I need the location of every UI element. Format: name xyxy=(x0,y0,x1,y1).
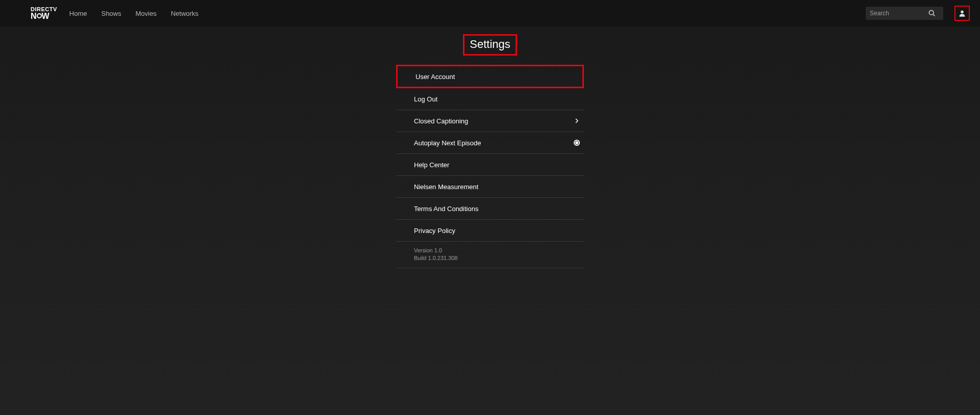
settings-version-row: Version 1.0 Build 1.0.231.308 xyxy=(396,242,584,268)
search-input[interactable] xyxy=(870,10,926,17)
settings-row-label: Terms And Conditions xyxy=(414,205,478,213)
chevron-right-icon xyxy=(574,118,580,124)
app-header: DIRECTV NW Home Shows Movies Networks xyxy=(0,0,980,27)
nav-shows[interactable]: Shows xyxy=(101,10,121,17)
brand-line2: NW xyxy=(31,12,57,20)
brand-logo: DIRECTV NW xyxy=(31,7,57,20)
nav-home[interactable]: Home xyxy=(69,10,87,17)
svg-point-2 xyxy=(961,11,964,14)
main-nav: Home Shows Movies Networks xyxy=(69,10,199,17)
settings-row-label: Autoplay Next Episode xyxy=(414,139,481,147)
svg-line-1 xyxy=(933,14,935,16)
settings-row-terms[interactable]: Terms And Conditions xyxy=(396,198,584,220)
settings-row-user-account[interactable]: User Account xyxy=(396,65,584,88)
main-content: Settings User Account Log Out Closed Cap… xyxy=(0,27,980,268)
settings-row-label: Closed Captioning xyxy=(414,117,468,125)
settings-row-label: Log Out xyxy=(414,95,437,103)
page-title-box: Settings xyxy=(463,34,517,56)
settings-row-help-center[interactable]: Help Center xyxy=(396,154,584,176)
brand-line1: DIRECTV xyxy=(31,7,57,12)
settings-row-label: Help Center xyxy=(414,161,449,169)
search-icon[interactable] xyxy=(928,9,936,17)
settings-row-label: Nielsen Measurement xyxy=(414,183,478,191)
user-menu-button[interactable] xyxy=(954,6,970,21)
settings-row-label: Privacy Policy xyxy=(414,227,455,235)
settings-row-privacy[interactable]: Privacy Policy xyxy=(396,220,584,242)
build-label: Build 1.0.231.308 xyxy=(414,254,584,262)
settings-row-label: User Account xyxy=(415,73,455,81)
page-title: Settings xyxy=(470,38,510,51)
search-box[interactable] xyxy=(866,7,943,20)
settings-row-nielsen[interactable]: Nielsen Measurement xyxy=(396,176,584,198)
version-label: Version 1.0 xyxy=(414,247,584,254)
settings-list: User Account Log Out Closed Captioning A… xyxy=(396,65,584,268)
user-icon xyxy=(958,9,966,17)
row-right xyxy=(574,140,580,146)
row-right xyxy=(574,118,580,124)
settings-row-log-out[interactable]: Log Out xyxy=(396,88,584,110)
svg-point-0 xyxy=(929,10,934,15)
radio-on-icon[interactable] xyxy=(574,140,580,146)
nav-movies[interactable]: Movies xyxy=(136,10,157,17)
nav-networks[interactable]: Networks xyxy=(171,10,199,17)
settings-row-autoplay[interactable]: Autoplay Next Episode xyxy=(396,132,584,154)
settings-row-closed-captioning[interactable]: Closed Captioning xyxy=(396,110,584,132)
